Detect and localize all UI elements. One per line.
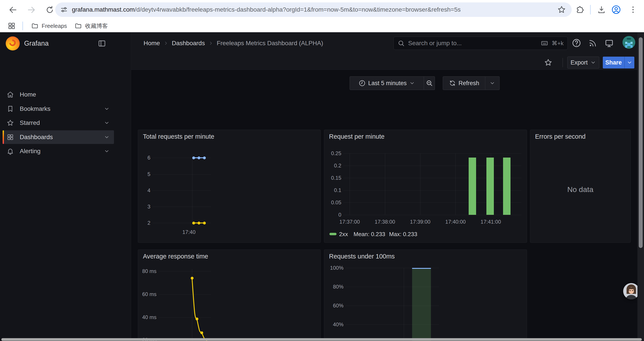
bar bbox=[503, 158, 510, 215]
chevron-down-icon bbox=[490, 80, 495, 86]
search-box[interactable]: ⌘+k bbox=[394, 37, 568, 50]
sidebar-item-home[interactable]: Home bbox=[3, 88, 114, 101]
gridline bbox=[344, 153, 522, 154]
gridline bbox=[344, 166, 522, 166]
panel-title[interactable]: Total requests per minute bbox=[143, 133, 214, 140]
time-range-label: Last 5 minutes bbox=[368, 80, 407, 87]
extensions-icon[interactable] bbox=[576, 6, 584, 14]
chevron-down-icon[interactable] bbox=[104, 134, 110, 140]
gridline bbox=[344, 190, 522, 190]
gridline bbox=[456, 153, 456, 215]
sidebar-header: Grafana bbox=[0, 32, 131, 55]
browser-reload-icon[interactable] bbox=[45, 5, 54, 15]
legend-cell[interactable]: 2xx bbox=[339, 231, 348, 238]
floating-avatar[interactable] bbox=[623, 283, 640, 299]
address-bar[interactable]: grafana.mathmast.com/d/deytv4rwavabkb/fr… bbox=[55, 3, 572, 17]
chevron-down-icon[interactable] bbox=[104, 120, 110, 126]
gridline bbox=[152, 190, 211, 191]
breadcrumb-item[interactable]: Home bbox=[144, 40, 160, 47]
sidebar-item-bookmarks[interactable]: Bookmarks bbox=[3, 102, 114, 116]
share-split-button: Share bbox=[603, 57, 634, 69]
refresh-button[interactable]: Refresh bbox=[443, 76, 485, 90]
search-input[interactable] bbox=[408, 40, 537, 47]
toolbar-divider bbox=[590, 5, 591, 15]
browser-profile-icon[interactable] bbox=[611, 5, 621, 15]
sidebar-item-label: Home bbox=[20, 91, 114, 98]
sidebar-item-label: Starred bbox=[20, 119, 104, 126]
data-point bbox=[192, 222, 195, 224]
y-axis-tick: 60% bbox=[324, 303, 344, 309]
sidebar-item-dashboards[interactable]: Dashboards bbox=[3, 130, 114, 144]
bookmark-label: 收藏博客 bbox=[85, 22, 108, 30]
kiosk-monitor-icon[interactable] bbox=[604, 39, 614, 48]
export-button[interactable]: Export bbox=[567, 57, 599, 69]
clock-icon bbox=[358, 80, 366, 87]
chevron-right-icon bbox=[208, 41, 213, 46]
chevron-down-icon bbox=[590, 60, 596, 65]
user-avatar[interactable] bbox=[622, 36, 635, 49]
gridline bbox=[152, 174, 211, 174]
y-axis-tick: 0.1 bbox=[324, 187, 341, 193]
y-axis-tick: 0 bbox=[324, 212, 341, 218]
data-point bbox=[203, 222, 206, 224]
folder-icon bbox=[74, 22, 82, 30]
y-axis-tick: 2 bbox=[138, 220, 150, 226]
panel-title[interactable]: Request per minute bbox=[329, 133, 384, 140]
data-point bbox=[198, 222, 200, 224]
time-range-picker[interactable]: Last 5 minutes bbox=[350, 76, 424, 90]
x-axis-tick: 17:38:00 bbox=[365, 219, 405, 225]
panel-average-response-time: Average response time80 ms60 ms40 ms20 m… bbox=[138, 249, 321, 341]
news-rss-icon[interactable] bbox=[588, 39, 597, 48]
chevron-down-icon bbox=[409, 80, 415, 86]
help-icon[interactable] bbox=[572, 38, 581, 48]
site-settings-icon[interactable] bbox=[60, 6, 68, 14]
dock-sidebar-icon[interactable] bbox=[98, 39, 106, 48]
bookmark-icon bbox=[6, 105, 15, 113]
bookmarks-bar: Freeleaps 收藏博客 bbox=[0, 19, 644, 32]
apps-grid-icon[interactable] bbox=[8, 22, 16, 30]
browser-menu-icon[interactable] bbox=[629, 5, 638, 14]
browser-toolbar: grafana.mathmast.com/d/deytv4rwavabkb/fr… bbox=[0, 0, 644, 19]
chevron-down-icon[interactable] bbox=[104, 148, 110, 154]
y-axis-tick: 3 bbox=[138, 204, 150, 210]
bookmark-folder-freeleaps[interactable]: Freeleaps bbox=[31, 21, 67, 31]
legend-stat: Max: 0.233 bbox=[389, 231, 417, 238]
grafana-logo-icon[interactable] bbox=[6, 37, 20, 51]
sidebar-item-label: Dashboards bbox=[20, 134, 104, 141]
panel-requests-under-100ms: Requests under 100ms100%80%60%40%20%0%17… bbox=[324, 249, 527, 341]
panel-total-requests-per-minute: Total requests per minute6543217:40NameM… bbox=[138, 130, 321, 243]
x-axis-tick: 17:37:00 bbox=[330, 219, 369, 225]
y-axis-tick: 0.25 bbox=[324, 150, 341, 156]
y-axis-tick: 6 bbox=[138, 155, 150, 161]
series-swatch[interactable] bbox=[330, 233, 336, 235]
panel-title[interactable]: Requests under 100ms bbox=[329, 253, 395, 260]
bookmark-star-icon[interactable] bbox=[557, 5, 566, 14]
refresh-interval-button[interactable] bbox=[485, 76, 500, 90]
chevron-down-icon[interactable] bbox=[104, 106, 110, 112]
no-data-message: No data bbox=[530, 185, 630, 194]
downloads-icon[interactable] bbox=[597, 6, 606, 14]
zoom-out-button[interactable] bbox=[424, 76, 435, 90]
x-axis-tick: 17:40:00 bbox=[436, 219, 475, 225]
horizontal-scrollbar-thumb[interactable] bbox=[1, 338, 642, 341]
brand-title: Grafana bbox=[24, 40, 49, 47]
bookmark-label: Freeleaps bbox=[42, 23, 67, 30]
browser-forward-icon[interactable] bbox=[27, 5, 36, 15]
area-fill bbox=[412, 268, 431, 341]
vertical-scrollbar-thumb[interactable] bbox=[639, 37, 643, 248]
sidebar-item-starred[interactable]: Starred bbox=[3, 116, 114, 130]
panel-title[interactable]: Errors per second bbox=[535, 133, 586, 140]
y-axis-tick: 4 bbox=[138, 187, 150, 194]
url-text[interactable]: grafana.mathmast.com/d/deytv4rwavabkb/fr… bbox=[72, 6, 557, 13]
share-button[interactable]: Share bbox=[603, 57, 624, 69]
breadcrumb-item[interactable]: Dashboards bbox=[172, 40, 205, 47]
toolbar-divider bbox=[562, 58, 563, 67]
y-axis-tick: 80% bbox=[324, 284, 344, 290]
share-menu-button[interactable] bbox=[625, 57, 634, 69]
y-axis-tick: 0.15 bbox=[324, 175, 341, 181]
browser-back-icon[interactable] bbox=[8, 5, 18, 15]
sidebar-item-alerting[interactable]: Alerting bbox=[3, 144, 114, 158]
favorite-star-icon[interactable] bbox=[544, 58, 552, 67]
bookmark-folder-blogs[interactable]: 收藏博客 bbox=[74, 21, 108, 31]
folder-icon bbox=[31, 22, 38, 30]
